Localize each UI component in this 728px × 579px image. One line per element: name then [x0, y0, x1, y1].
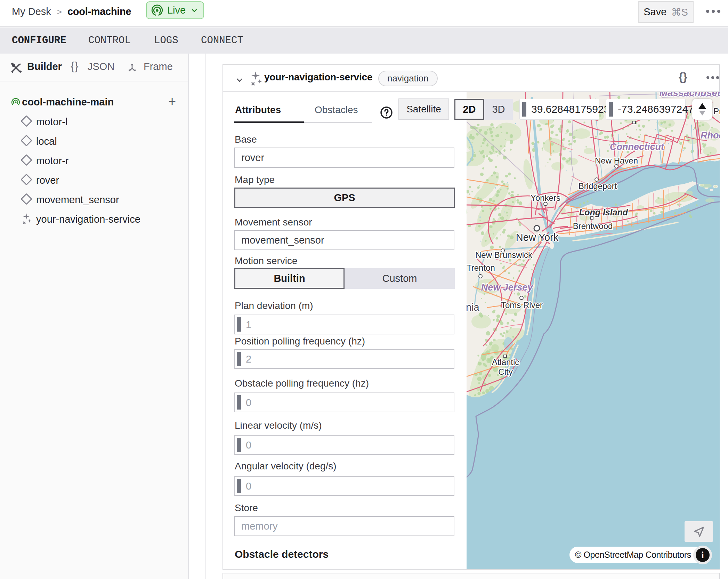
svg-text:Bridgeport: Bridgeport — [579, 181, 617, 191]
svg-text:Rhode Island: Rhode Island — [701, 130, 720, 141]
svg-text:City: City — [498, 367, 512, 376]
svg-text:Long Island: Long Island — [579, 207, 628, 217]
svg-text:New Brunswick: New Brunswick — [475, 250, 533, 260]
svg-text:Brentwood: Brentwood — [573, 221, 613, 231]
svg-text:Yonkers: Yonkers — [531, 193, 560, 203]
svg-text:nia: nia — [467, 302, 480, 313]
svg-text:New York: New York — [516, 232, 559, 243]
svg-text:Massachusetts: Massachusetts — [660, 92, 720, 98]
svg-text:Atlantic: Atlantic — [492, 357, 519, 367]
svg-text:New Jersey: New Jersey — [481, 282, 534, 293]
svg-text:Pro: Pro — [713, 106, 720, 116]
svg-text:Toms River: Toms River — [501, 300, 543, 310]
svg-text:New Haven: New Haven — [595, 156, 638, 165]
svg-text:Trenton: Trenton — [467, 263, 495, 272]
svg-text:Connecticut: Connecticut — [610, 142, 664, 152]
